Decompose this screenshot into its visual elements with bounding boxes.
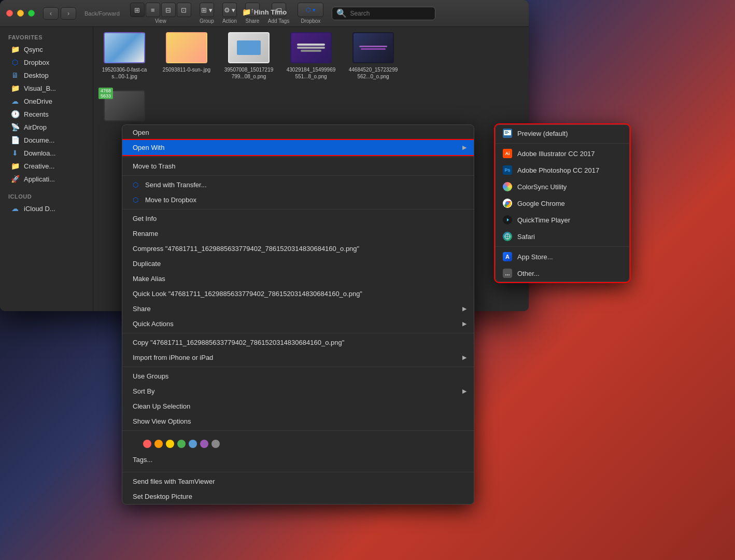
minimize-button[interactable] xyxy=(17,10,24,17)
file-item-3[interactable]: 39507008_15017219799...08_o.png xyxy=(223,32,275,80)
ctx-quick-actions[interactable]: Quick Actions ▶ xyxy=(122,316,474,331)
ctx-make-alias[interactable]: Make Alias xyxy=(122,271,474,286)
ctx-rename-label: Rename xyxy=(133,230,158,237)
desktop-icon: 🖥 xyxy=(10,71,20,79)
sidebar-item-recents[interactable]: 🕐 Recents xyxy=(2,108,91,120)
submenu-ai[interactable]: Ai Adobe Illustrator CC 2017 xyxy=(496,145,629,162)
open-with-submenu: Preview (default) Ai Adobe Illustrator C… xyxy=(495,124,630,282)
dropbox-button[interactable]: ⬡ ▾ xyxy=(298,3,323,17)
file-item-1[interactable]: 19520306-0-fast-cas...00-1.jpg xyxy=(98,32,150,80)
visual-icon: 📁 xyxy=(10,84,20,92)
sidebar-item-visual_b[interactable]: 📁 Visual_B... xyxy=(2,82,91,94)
sidebar-item-dropbox[interactable]: ⬡ Dropbox xyxy=(2,56,91,68)
file-row-2: 47685633 xyxy=(98,90,524,124)
tag-gray[interactable] xyxy=(211,440,220,448)
chrome-icon xyxy=(503,199,512,208)
applications-icon: 🚀 xyxy=(10,175,20,183)
file-item-4[interactable]: 43029184_15499969551...8_o.png xyxy=(285,32,337,80)
submenu-appstore[interactable]: A App Store... xyxy=(496,248,629,265)
ctx-open-with[interactable]: Open With ▶ xyxy=(122,140,474,155)
file-name-5: 44684520_15723299562...0_o.png xyxy=(347,66,399,80)
sidebar-label-dropbox: Dropbox xyxy=(24,59,49,66)
file-item-2[interactable]: 25093811-0-sun-.jpg xyxy=(161,32,213,80)
submenu-sep-1 xyxy=(496,143,629,144)
sidebar-item-desktop[interactable]: 🖥 Desktop xyxy=(2,69,91,81)
action-button[interactable]: ⚙ ▾ xyxy=(222,3,237,17)
chrome-label: Google Chrome xyxy=(517,200,565,207)
tag-red[interactable] xyxy=(143,440,151,448)
creative-icon: 📁 xyxy=(10,162,20,170)
ctx-send-teamviewer[interactable]: Send files with TeamViewer xyxy=(122,474,474,489)
view-icon-list[interactable]: ≡ xyxy=(146,3,160,17)
submenu-safari[interactable]: Safari xyxy=(496,228,629,245)
ctx-set-desktop[interactable]: Set Desktop Picture xyxy=(122,489,474,504)
submenu-colorsync[interactable]: ColorSync Utility xyxy=(496,178,629,195)
ctx-get-info-label: Get Info xyxy=(133,215,157,222)
ctx-quick-look[interactable]: Quick Look "47681711_1629885633779402_78… xyxy=(122,286,474,301)
tag-yellow[interactable] xyxy=(166,440,174,448)
sidebar-item-qsync[interactable]: 📁 Qsync xyxy=(2,43,91,55)
search-bar[interactable]: 🔍 Search xyxy=(332,7,435,20)
file-thumb-5 xyxy=(352,32,394,63)
ctx-move-dropbox[interactable]: ⬡ Move to Dropbox xyxy=(122,192,474,207)
sidebar-item-downloads[interactable]: ⬇ Downloa... xyxy=(2,147,91,159)
tag-orange[interactable] xyxy=(154,440,163,448)
ctx-compress[interactable]: Compress "47681711_1629885633779402_7861… xyxy=(122,241,474,256)
quicktime-label: QuickTime Player xyxy=(517,216,570,224)
maximize-button[interactable] xyxy=(28,10,35,17)
sidebar-item-icloud[interactable]: ☁ iCloud D... xyxy=(2,202,91,215)
ctx-compress-label: Compress "47681711_1629885633779402_7861… xyxy=(133,245,359,253)
ai-label: Adobe Illustrator CC 2017 xyxy=(517,150,595,158)
svg-rect-2 xyxy=(505,131,508,132)
file-item-6[interactable]: 47685633 xyxy=(98,90,150,124)
close-button[interactable] xyxy=(6,10,13,17)
sidebar-label-visual: Visual_B... xyxy=(24,85,56,92)
title-bar: ‹ › Back/Forward ⊞ ≡ ⊟ ⊡ View ⊞ ▾ Group xyxy=(0,0,529,27)
other-icon: … xyxy=(503,269,512,278)
tag-blue[interactable] xyxy=(189,440,197,448)
ctx-share[interactable]: Share ▶ xyxy=(122,301,474,316)
ctx-open[interactable]: Open xyxy=(122,125,474,140)
submenu-chrome[interactable]: Google Chrome xyxy=(496,195,629,212)
ctx-view-options[interactable]: Show View Options xyxy=(122,414,474,429)
ctx-use-groups[interactable]: Use Groups xyxy=(122,369,474,384)
submenu-quicktime[interactable]: QuickTime Player xyxy=(496,212,629,228)
back-forward-label: Back/Forward xyxy=(84,10,120,17)
view-icon-grid[interactable]: ⊞ xyxy=(130,3,145,17)
transfer-icon: ⬡ xyxy=(133,181,141,189)
ctx-sort-by[interactable]: Sort By ▶ xyxy=(122,384,474,399)
ctx-get-info[interactable]: Get Info xyxy=(122,211,474,226)
submenu-preview[interactable]: Preview (default) xyxy=(496,125,629,142)
ctx-send-transfer[interactable]: ⬡ Send with Transfer... xyxy=(122,177,474,192)
downloads-icon: ⬇ xyxy=(10,149,20,157)
group-button[interactable]: ⊞ ▾ xyxy=(200,3,214,17)
file-thumb-1 xyxy=(104,32,145,63)
ctx-import[interactable]: Import from iPhone or iPad ▶ xyxy=(122,350,474,365)
sidebar-item-airdrop[interactable]: 📡 AirDrop xyxy=(2,121,91,133)
file-item-5[interactable]: 44684520_15723299562...0_o.png xyxy=(347,32,399,80)
tag-purple[interactable] xyxy=(200,440,208,448)
ctx-set-desktop-label: Set Desktop Picture xyxy=(133,493,192,500)
sidebar-item-creative[interactable]: 📁 Creative... xyxy=(2,160,91,172)
sidebar-item-applications[interactable]: 🚀 Applicati... xyxy=(2,173,91,185)
back-button[interactable]: ‹ xyxy=(43,7,59,20)
sidebar-item-onedrive[interactable]: ☁ OneDrive xyxy=(2,95,91,107)
forward-button[interactable]: › xyxy=(61,7,76,20)
ctx-duplicate[interactable]: Duplicate xyxy=(122,256,474,271)
submenu-other[interactable]: … Other... xyxy=(496,265,629,282)
tag-green[interactable] xyxy=(177,440,186,448)
view-icon-cover[interactable]: ⊡ xyxy=(177,3,191,17)
dropbox-group: ⬡ ▾ Dropbox xyxy=(298,3,323,24)
icloud-icon: ☁ xyxy=(10,204,20,213)
view-icon-column[interactable]: ⊟ xyxy=(161,3,176,17)
ctx-move-trash[interactable]: Move to Trash xyxy=(122,159,474,174)
submenu-ps[interactable]: Ps Adobe Photoshop CC 2017 xyxy=(496,162,629,178)
ctx-copy[interactable]: Copy "47681711_1629885633779402_78615203… xyxy=(122,335,474,350)
ctx-rename[interactable]: Rename xyxy=(122,226,474,241)
ctx-use-groups-label: Use Groups xyxy=(133,372,168,380)
sidebar-item-documents[interactable]: 📄 Docume... xyxy=(2,134,91,146)
ctx-tags[interactable]: Tags... xyxy=(133,452,463,467)
appstore-label: App Store... xyxy=(517,253,553,261)
ctx-cleanup[interactable]: Clean Up Selection xyxy=(122,399,474,414)
sidebar-label-desktop: Desktop xyxy=(24,72,49,79)
